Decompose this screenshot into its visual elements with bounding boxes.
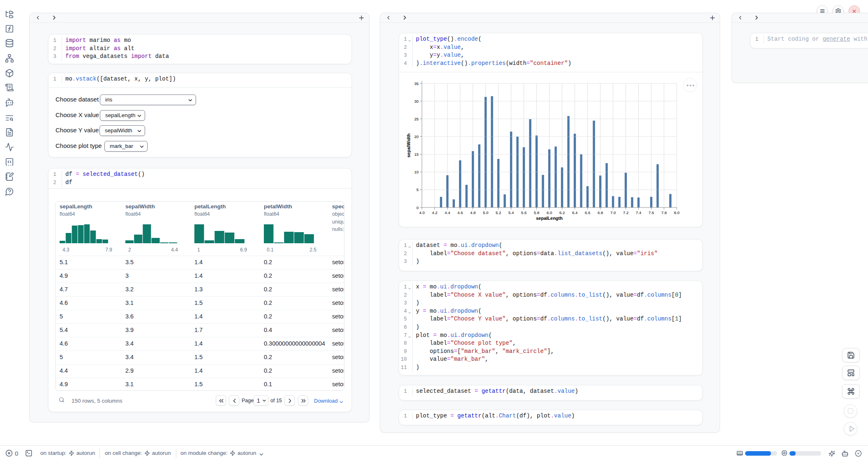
svg-text:7.4: 7.4 — [636, 210, 641, 215]
svg-text:7.8: 7.8 — [661, 210, 667, 215]
svg-text:15: 15 — [414, 152, 419, 157]
svg-text:20: 20 — [414, 134, 419, 139]
svg-text:6.6: 6.6 — [585, 210, 590, 215]
svg-text:7.6: 7.6 — [649, 210, 654, 215]
svg-text:sepalWidth: sepalWidth — [406, 133, 411, 157]
svg-text:6.8: 6.8 — [598, 210, 603, 215]
svg-text:4.6: 4.6 — [457, 210, 463, 215]
svg-text:10: 10 — [414, 170, 419, 174]
svg-text:6.4: 6.4 — [572, 210, 577, 215]
svg-text:7.0: 7.0 — [610, 210, 616, 215]
svg-text:5.8: 5.8 — [534, 210, 539, 215]
svg-text:4.8: 4.8 — [470, 210, 476, 215]
svg-text:7.2: 7.2 — [623, 210, 628, 215]
svg-text:5.2: 5.2 — [496, 210, 501, 215]
svg-text:8.0: 8.0 — [674, 210, 679, 215]
svg-text:4.0: 4.0 — [419, 210, 425, 215]
svg-text:sepalLength: sepalLength — [536, 216, 563, 221]
svg-text:5: 5 — [416, 187, 418, 192]
svg-text:6.2: 6.2 — [559, 210, 565, 215]
svg-text:6.0: 6.0 — [547, 210, 552, 215]
svg-text:35: 35 — [414, 81, 419, 86]
svg-text:0: 0 — [416, 205, 418, 210]
svg-text:4.4: 4.4 — [445, 210, 450, 215]
svg-text:5.0: 5.0 — [483, 210, 488, 215]
svg-text:25: 25 — [414, 117, 419, 121]
svg-text:30: 30 — [414, 99, 419, 104]
svg-text:5.4: 5.4 — [508, 210, 514, 215]
svg-text:4.2: 4.2 — [432, 210, 437, 215]
svg-text:5.6: 5.6 — [521, 210, 526, 215]
